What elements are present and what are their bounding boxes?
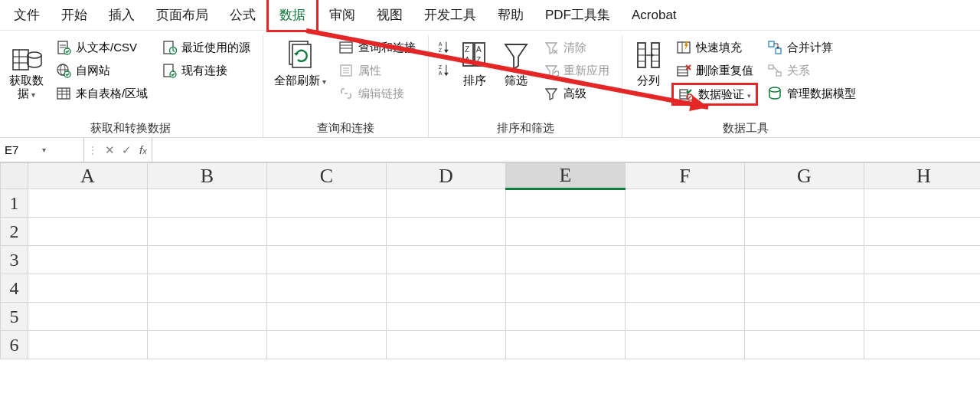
cell[interactable] [626,218,745,246]
row-header-6[interactable]: 6 [1,331,28,359]
tab-insert[interactable]: 插入 [98,0,145,30]
cell[interactable] [267,218,387,246]
cell[interactable] [864,189,981,218]
sort-descending-button[interactable]: ZA [436,63,452,78]
cell[interactable] [148,218,267,246]
cell[interactable] [864,303,981,331]
row-header-2[interactable]: 2 [1,218,28,246]
from-text-csv-button[interactable]: 从文本/CSV [51,37,142,58]
cell[interactable] [387,303,506,331]
cell[interactable] [387,331,506,359]
cell[interactable] [745,274,864,303]
cell[interactable] [506,218,626,246]
cell[interactable] [864,274,981,303]
col-header-E[interactable]: E [506,163,626,189]
formula-input[interactable] [152,138,980,162]
col-header-F[interactable]: F [626,163,745,189]
cell[interactable] [267,246,387,274]
col-header-C[interactable]: C [267,163,387,189]
tab-review[interactable]: 审阅 [318,0,366,30]
cell[interactable] [267,189,387,218]
data-validation-button[interactable]: 数据验证 [671,83,758,106]
cell[interactable] [148,274,267,303]
filter-button[interactable]: 筛选 [498,37,534,88]
flash-fill-button[interactable]: 快速填充 [671,37,746,58]
from-web-button[interactable]: 自网站 [51,60,115,81]
cell[interactable] [148,189,267,218]
cell[interactable] [626,274,745,303]
from-table-range-button[interactable]: 来自表格/区域 [51,83,152,104]
remove-duplicates-button[interactable]: 删除重复值 [671,60,758,81]
get-data-button[interactable]: 获取数 据 [6,37,47,102]
cell[interactable] [864,331,981,359]
col-header-A[interactable]: A [28,163,148,189]
tab-developer[interactable]: 开发工具 [413,0,487,30]
name-box-dropdown-icon[interactable]: ▾ [42,146,80,154]
select-all-corner[interactable] [1,163,28,189]
cell[interactable] [387,274,506,303]
enter-formula-button[interactable]: ✓ [118,138,135,162]
tab-pdf-tools[interactable]: PDF工具集 [534,0,621,30]
cell[interactable] [28,189,148,218]
row-header-1[interactable]: 1 [1,189,28,218]
row-header-5[interactable]: 5 [1,303,28,331]
col-header-D[interactable]: D [387,163,506,189]
manage-data-model-button[interactable]: 管理数据模型 [763,83,861,104]
refresh-all-button[interactable]: 全部刷新 [271,37,329,88]
cell[interactable] [387,246,506,274]
cell[interactable] [626,303,745,331]
tab-home[interactable]: 开始 [51,0,98,30]
cell[interactable] [506,246,626,274]
cell[interactable] [267,331,387,359]
cell[interactable] [506,274,626,303]
cell[interactable] [506,189,626,218]
cell[interactable] [28,246,148,274]
name-box[interactable]: E7 ▾ [0,138,84,162]
recent-sources-button[interactable]: 最近使用的源 [157,37,255,58]
cell[interactable] [745,218,864,246]
cell[interactable] [267,274,387,303]
tab-help[interactable]: 帮助 [487,0,534,30]
tab-formula[interactable]: 公式 [219,0,266,30]
cell[interactable] [745,246,864,274]
cell[interactable] [745,303,864,331]
row-header-3[interactable]: 3 [1,246,28,274]
existing-connections-button[interactable]: 现有连接 [157,60,232,81]
sort-ascending-button[interactable]: AZ [436,40,452,55]
tab-file[interactable]: 文件 [3,0,51,30]
cell[interactable] [626,246,745,274]
cell[interactable] [148,331,267,359]
cell[interactable] [387,218,506,246]
cell[interactable] [387,189,506,218]
sort-button[interactable]: ZA AZ 排序 [456,37,493,88]
col-header-H[interactable]: H [864,163,981,189]
cell[interactable] [864,246,981,274]
cell[interactable] [267,303,387,331]
col-header-B[interactable]: B [148,163,267,189]
row-header-4[interactable]: 4 [1,274,28,303]
tab-data[interactable]: 数据 [266,0,318,32]
cell[interactable] [864,218,981,246]
tab-acrobat[interactable]: Acrobat [621,2,688,29]
cell[interactable] [745,331,864,359]
tab-page-layout[interactable]: 页面布局 [145,0,219,30]
queries-connections-button[interactable]: 查询和连接 [334,37,420,58]
advanced-filter-button[interactable]: 高级 [539,83,591,104]
cell[interactable] [148,303,267,331]
consolidate-button[interactable]: 合并计算 [763,37,838,58]
insert-function-button[interactable]: fx [139,143,147,156]
cell[interactable] [626,189,745,218]
cell[interactable] [28,218,148,246]
cell[interactable] [28,303,148,331]
cancel-formula-button[interactable]: ✕ [101,138,118,162]
cell[interactable] [745,189,864,218]
text-to-columns-button[interactable]: 分列 [630,37,667,88]
cell[interactable] [506,331,626,359]
cell[interactable] [506,303,626,331]
cell[interactable] [28,274,148,303]
cell[interactable] [148,246,267,274]
tab-view[interactable]: 视图 [366,0,413,30]
cell[interactable] [626,331,745,359]
col-header-G[interactable]: G [745,163,864,189]
cell[interactable] [28,331,148,359]
